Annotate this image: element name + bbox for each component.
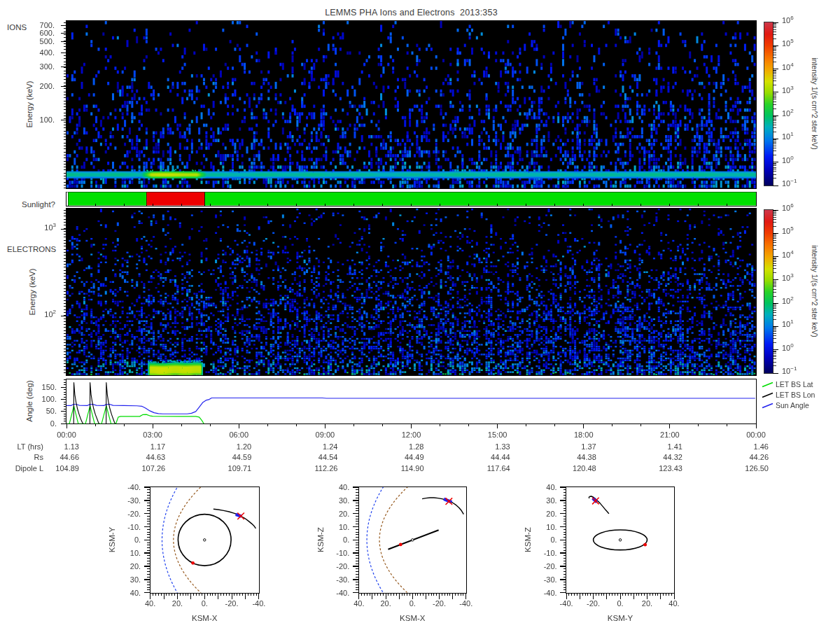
- ele-colorbar-tick-label: 106: [782, 204, 794, 212]
- ele-colorbar-tick-label: 105: [782, 227, 794, 235]
- time-tick-label: 18:00: [559, 430, 608, 439]
- ephemeris-value: 44.54: [288, 453, 337, 461]
- ephemeris-value: 44.63: [116, 453, 165, 461]
- ephemeris-value: 104.89: [30, 464, 79, 472]
- legend-item-1: LET BS Lon: [776, 391, 815, 399]
- ion-colorbar-tick-label: 100: [782, 156, 794, 164]
- electron-ytick-label: 102: [14, 310, 56, 318]
- ion-ytick-label: 100.: [13, 115, 55, 124]
- ion-colorbar-tick-label: 101: [782, 132, 794, 141]
- ephemeris-value: 1.46: [720, 442, 769, 451]
- ephemeris-value: 44.38: [547, 453, 596, 461]
- ephemeris-value: 44.66: [30, 453, 79, 461]
- ephemeris-value: 114.90: [375, 464, 424, 472]
- ele-colorbar-tick-label: 101: [782, 320, 794, 328]
- time-tick-label: 06:00: [214, 430, 263, 439]
- ele-colorbar-tick-label: 10−1: [782, 367, 797, 375]
- time-tick-label: 09:00: [300, 430, 349, 439]
- ele-colorbar-tick-label: 100: [782, 344, 794, 352]
- time-tick-label: 03:00: [128, 430, 177, 439]
- ele-colorbar-tick-label: 103: [782, 274, 794, 282]
- orbit-ytick-label: -30.: [317, 575, 349, 584]
- ion-colorbar-tick-label: 102: [782, 109, 794, 118]
- ion-ytick-label: 400.: [13, 48, 55, 57]
- orbit-ytick-label: 30.: [525, 496, 557, 505]
- ephemeris-value: 1.33: [461, 442, 510, 451]
- ele-colorbar-tick-label: 102: [782, 297, 794, 305]
- ephemeris-value: 44.59: [202, 453, 251, 461]
- ion-colorbar-tick-label: 106: [782, 16, 794, 24]
- ephemeris-value: 1.24: [288, 442, 337, 451]
- orbit-ytick-label: 30.: [317, 496, 349, 505]
- time-tick-label: 00:00: [732, 430, 780, 439]
- ion-colorbar-tick-label: 103: [782, 86, 794, 94]
- orbit-xtick-label: -40.: [241, 599, 276, 608]
- ephemeris-value: 109.71: [202, 464, 251, 472]
- orbit-ytick-label: -40.: [317, 589, 349, 597]
- time-tick-label: 15:00: [473, 430, 522, 439]
- ephemeris-value: 1.17: [116, 442, 165, 451]
- ephemeris-value: 1.41: [634, 442, 682, 451]
- electron-ytick-label: 103: [14, 223, 56, 232]
- ephemeris-value: 44.26: [720, 453, 769, 461]
- orbit-xlabel: KSM-X: [384, 614, 440, 622]
- orbit-ytick-label: 20.: [108, 562, 141, 570]
- ephemeris-value: 107.26: [116, 464, 165, 472]
- ion-ytick-label: 300.: [13, 62, 55, 71]
- ephemeris-value: 112.26: [288, 464, 337, 472]
- orbit-xlabel: KSM-X: [176, 614, 232, 622]
- angle-ytick-label: 150.: [15, 383, 57, 391]
- orbit-ytick-label: -20.: [317, 562, 349, 570]
- ephemeris-value: 126.50: [720, 464, 769, 472]
- orbit-ylabel: KSM-Z: [524, 527, 533, 552]
- orbit-xtick-label: -40.: [449, 599, 484, 608]
- ephemeris-value: 44.32: [634, 453, 682, 461]
- ele-colorbar-tick-label: 104: [782, 251, 794, 259]
- orbit-ytick-label: -40.: [108, 483, 141, 491]
- orbit-xlabel: KSM-Y: [592, 614, 648, 622]
- lemms-plot-page: LEMMS PHA Ions and Electrons 2013:353 IO…: [0, 0, 840, 630]
- orbit-ytick-label: -40.: [525, 589, 557, 597]
- ion-ytick-label: 200.: [13, 82, 55, 90]
- time-tick-label: 12:00: [387, 430, 436, 439]
- ephemeris-value: 44.44: [461, 453, 510, 461]
- orbit-ytick-label: -20.: [525, 562, 557, 570]
- time-tick-label: 21:00: [645, 430, 694, 439]
- orbit-xtick-label: 40.: [657, 599, 692, 608]
- orbit-ytick-label: 20.: [525, 510, 557, 518]
- legend-item-0: LET BS Lat: [776, 380, 813, 388]
- orbit-ytick-label: -30.: [108, 496, 141, 505]
- orbit-ytick-label: 40.: [317, 483, 349, 491]
- ion-colorbar-tick-label: 10−1: [782, 179, 797, 188]
- ion-ytick-label: 600.: [13, 29, 55, 37]
- ephemeris-value: 1.37: [547, 442, 596, 451]
- ephemeris-value: 1.20: [202, 442, 251, 451]
- orbit-ytick-label: -30.: [525, 575, 557, 584]
- orbit-ytick-label: -20.: [108, 510, 141, 518]
- orbit-ytick-label: 40.: [108, 589, 141, 597]
- orbit-ytick-label: 30.: [108, 575, 141, 584]
- orbit-ytick-label: 40.: [525, 483, 557, 491]
- ion-ytick-label: 500.: [13, 37, 55, 46]
- orbit-ytick-label: 20.: [317, 510, 349, 518]
- time-tick-label: 00:00: [42, 430, 91, 439]
- ion-colorbar-tick-label: 105: [782, 39, 794, 48]
- orbit-ylabel: KSM-Y: [107, 527, 116, 552]
- ephemeris-value: 117.64: [461, 464, 510, 472]
- ephemeris-value: 120.48: [547, 464, 596, 472]
- ephemeris-value: 1.28: [375, 442, 424, 451]
- angle-ytick-label: 100.: [15, 395, 57, 403]
- ephemeris-value: 44.49: [375, 453, 424, 461]
- ephemeris-value: 1.13: [30, 442, 79, 451]
- legend-item-2: Sun Angle: [776, 401, 809, 410]
- ephemeris-value: 123.43: [634, 464, 682, 472]
- ion-colorbar-tick-label: 104: [782, 63, 794, 71]
- angle-ytick-label: 50.: [15, 407, 57, 415]
- orbit-ylabel: KSM-Z: [316, 527, 325, 552]
- angle-ytick-label: 0.: [15, 419, 57, 428]
